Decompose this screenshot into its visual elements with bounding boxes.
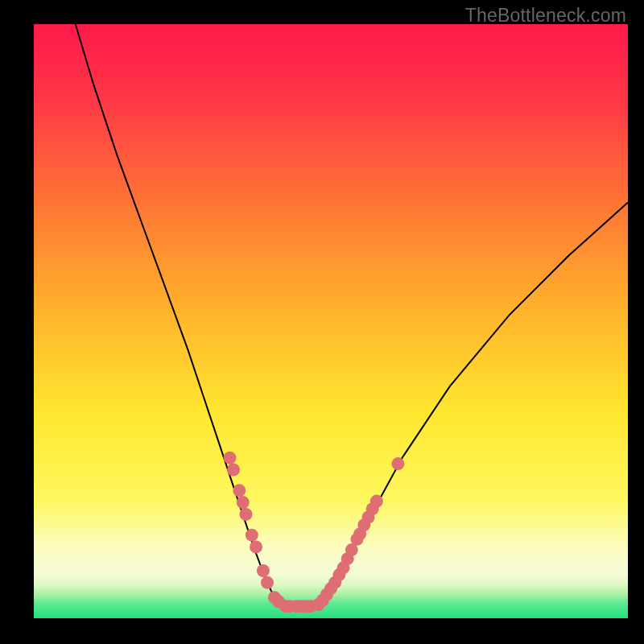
data-dot — [261, 576, 274, 589]
data-dot — [227, 464, 240, 477]
chart-frame: TheBottleneck.com — [0, 0, 644, 644]
data-dot — [233, 484, 246, 497]
data-dot — [370, 495, 383, 508]
data-dot — [246, 529, 258, 542]
data-dot — [250, 540, 262, 553]
watermark-text: TheBottleneck.com — [465, 5, 626, 27]
data-dot — [224, 452, 237, 464]
data-dot — [257, 564, 270, 577]
data-dot — [240, 508, 253, 521]
plot-area — [34, 24, 628, 618]
chart-svg — [34, 24, 628, 618]
gradient-background — [34, 24, 628, 618]
data-dot — [391, 457, 404, 470]
data-dot — [237, 496, 250, 509]
